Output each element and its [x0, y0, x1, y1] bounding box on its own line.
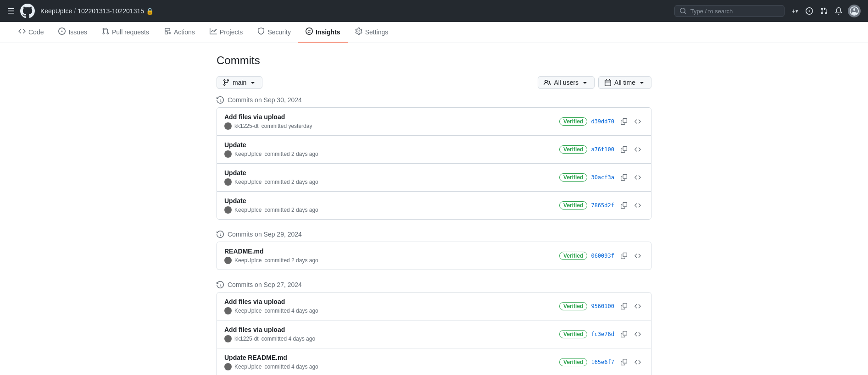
- commit-message[interactable]: README.md: [224, 248, 318, 255]
- tab-actions[interactable]: Actions: [156, 22, 202, 43]
- author-avatar: [224, 122, 232, 130]
- author-name: KeepUpIce: [234, 308, 262, 314]
- author-name: kk1225-dt: [234, 123, 259, 129]
- main-content: Commits main All users: [209, 43, 659, 375]
- commit-hash[interactable]: 30acf3a: [591, 174, 614, 181]
- tab-code[interactable]: Code: [11, 22, 51, 43]
- tab-projects-label: Projects: [220, 28, 243, 36]
- tab-issues[interactable]: Issues: [51, 22, 94, 43]
- commit-hash[interactable]: d39dd70: [591, 118, 614, 125]
- commit-message[interactable]: Add files via upload: [224, 326, 315, 333]
- search-placeholder: Type / to search: [690, 8, 733, 15]
- repo-breadcrumb: KeepUpIce / 102201313-102201315 🔒: [40, 7, 154, 15]
- commit-actions: Verified 9560100: [559, 301, 644, 311]
- global-search[interactable]: Type / to search: [674, 5, 785, 17]
- commit-action-buttons: [618, 251, 644, 261]
- commit-info: Add files via upload kk1225-dt committed…: [224, 326, 315, 342]
- commit-action-buttons: [618, 144, 644, 154]
- commit-row: Update KeepUpIce committed 2 days ago Ve…: [217, 192, 651, 219]
- commit-meta: kk1225-dt committed yesterday: [224, 122, 312, 130]
- verified-badge: Verified: [559, 145, 587, 154]
- commit-hash[interactable]: 9560100: [591, 303, 614, 309]
- commit-hash[interactable]: 060093f: [591, 253, 614, 259]
- top-navbar: KeepUpIce / 102201313-102201315 🔒 Type /…: [0, 0, 868, 22]
- browse-files-button[interactable]: [632, 301, 644, 311]
- commit-time: committed 2 days ago: [264, 207, 318, 213]
- commit-hash[interactable]: a76f100: [591, 146, 614, 153]
- commits-date-header: Commits on Sep 30, 2024: [217, 96, 651, 104]
- commit-hash[interactable]: 165e6f7: [591, 359, 614, 365]
- author-avatar: [224, 257, 232, 264]
- commit-time: committed 2 days ago: [264, 179, 318, 185]
- commit-meta: KeepUpIce committed 4 days ago: [224, 307, 318, 314]
- copy-hash-button[interactable]: [618, 200, 630, 210]
- copy-hash-button[interactable]: [618, 144, 630, 154]
- tab-settings[interactable]: Settings: [348, 22, 396, 43]
- projects-tab-icon: [210, 28, 217, 36]
- tab-insights-label: Insights: [316, 28, 340, 36]
- tab-pull-requests[interactable]: Pull requests: [95, 22, 156, 43]
- copy-hash-button[interactable]: [618, 116, 630, 127]
- commits-date: Commits on Sep 29, 2024: [228, 231, 302, 238]
- browse-files-button[interactable]: [632, 144, 644, 154]
- insights-tab-icon: [306, 28, 313, 36]
- commit-hash[interactable]: 7865d2f: [591, 202, 614, 209]
- copy-hash-button[interactable]: [618, 329, 630, 339]
- notifications-icon[interactable]: [833, 6, 844, 17]
- browse-files-button[interactable]: [632, 116, 644, 127]
- tab-pr-label: Pull requests: [112, 28, 149, 36]
- commit-hash[interactable]: fc3e76d: [591, 331, 614, 337]
- github-logo[interactable]: [20, 4, 35, 18]
- pr-tab-icon: [102, 28, 109, 36]
- copy-hash-button[interactable]: [618, 301, 630, 311]
- copy-hash-button[interactable]: [618, 251, 630, 261]
- commits-group: Commits on Sep 27, 2024 Add files via up…: [217, 281, 651, 375]
- all-users-filter[interactable]: All users: [538, 76, 595, 89]
- browse-files-button[interactable]: [632, 329, 644, 339]
- commit-message[interactable]: Update: [224, 169, 318, 176]
- time-chevron-icon: [638, 79, 645, 86]
- commit-row: README.md KeepUpIce committed 2 days ago…: [217, 242, 651, 270]
- author-avatar: [224, 150, 232, 158]
- hamburger-menu[interactable]: [7, 7, 15, 15]
- commit-meta: KeepUpIce committed 4 days ago: [224, 363, 318, 370]
- browse-files-button[interactable]: [632, 200, 644, 210]
- commit-message[interactable]: Update README.md: [224, 354, 318, 361]
- all-users-label: All users: [554, 79, 579, 86]
- filter-right: All users All time: [538, 76, 651, 89]
- tab-insights[interactable]: Insights: [298, 22, 348, 43]
- browse-files-button[interactable]: [632, 251, 644, 261]
- commit-message[interactable]: Update: [224, 141, 318, 149]
- commit-time: committed 2 days ago: [264, 151, 318, 157]
- browse-files-button[interactable]: [632, 357, 644, 367]
- repo-owner-link[interactable]: KeepUpIce: [40, 7, 72, 15]
- tab-issues-label: Issues: [68, 28, 87, 36]
- tab-projects[interactable]: Projects: [202, 22, 250, 43]
- pull-requests-icon[interactable]: [818, 6, 829, 17]
- commit-actions: Verified a76f100: [559, 144, 644, 154]
- commit-meta: KeepUpIce committed 2 days ago: [224, 206, 318, 214]
- actions-tab-icon: [164, 28, 171, 36]
- commit-message[interactable]: Add files via upload: [224, 298, 318, 305]
- commit-info: Add files via upload kk1225-dt committed…: [224, 113, 312, 130]
- issues-icon[interactable]: [804, 6, 815, 17]
- tab-security[interactable]: Security: [250, 22, 298, 43]
- commit-actions: Verified d39dd70: [559, 116, 644, 127]
- commit-message[interactable]: Update: [224, 197, 318, 204]
- commit-message[interactable]: Add files via upload: [224, 113, 312, 121]
- commit-time: committed yesterday: [262, 123, 312, 129]
- commit-action-buttons: [618, 172, 644, 182]
- copy-hash-button[interactable]: [618, 357, 630, 367]
- repo-name-link[interactable]: 102201313-102201315: [78, 7, 144, 15]
- commits-date: Commits on Sep 27, 2024: [228, 281, 302, 288]
- all-time-filter[interactable]: All time: [598, 76, 651, 89]
- author-name: KeepUpIce: [234, 179, 262, 185]
- browse-files-button[interactable]: [632, 172, 644, 182]
- history-icon: [217, 281, 224, 288]
- user-avatar[interactable]: [848, 5, 861, 17]
- branch-name: main: [233, 79, 246, 86]
- branch-selector[interactable]: main: [217, 76, 262, 89]
- commit-meta: KeepUpIce committed 2 days ago: [224, 257, 318, 264]
- create-new-button[interactable]: + ▾: [790, 6, 800, 17]
- copy-hash-button[interactable]: [618, 172, 630, 182]
